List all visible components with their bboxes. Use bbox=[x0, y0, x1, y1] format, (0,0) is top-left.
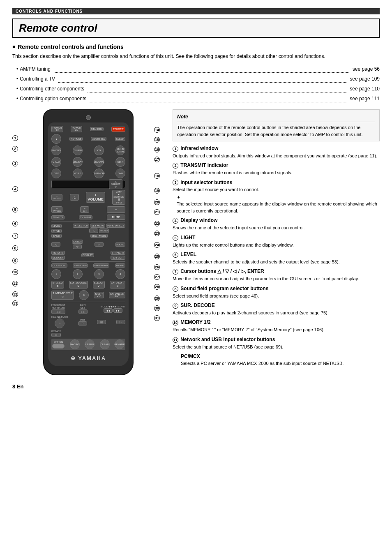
btn-dtv[interactable]: DTV bbox=[51, 169, 61, 178]
btn-level[interactable]: LEVEL bbox=[51, 224, 62, 228]
btn-off-on[interactable] bbox=[52, 344, 65, 349]
btn-up[interactable]: △ bbox=[89, 229, 98, 233]
btn-audio[interactable]: AUDIO bbox=[115, 242, 125, 247]
btn-title[interactable]: TITLE bbox=[51, 229, 62, 233]
btn-4[interactable]: 4 bbox=[115, 269, 125, 279]
btn-enter[interactable]: ENTER bbox=[72, 240, 83, 244]
btn-ch-plus[interactable]: +CH bbox=[70, 194, 79, 201]
btn-mdtape[interactable]: MD/TAPE bbox=[94, 157, 104, 167]
btn-clear[interactable]: CLEAR bbox=[100, 339, 110, 349]
btn-pure-direct[interactable]: PURE DIRECT bbox=[106, 224, 125, 228]
btn-set-menu[interactable]: SET MENU bbox=[90, 224, 105, 228]
btn-standby[interactable]: STANDBY bbox=[90, 127, 104, 131]
btn-audio-sel[interactable]: AUDIO SEL bbox=[91, 137, 106, 141]
func-item-8: 8 Sound field program selector buttons S… bbox=[173, 286, 380, 299]
btn-movie[interactable]: MOVIE bbox=[115, 263, 125, 268]
btn-tv-input[interactable]: TV INPUT bbox=[79, 215, 92, 219]
btn-macro[interactable]: MACRO bbox=[70, 339, 80, 349]
note-box: Note The operation mode of the remote co… bbox=[173, 109, 380, 141]
func-item-10: 10 MEMORY 1/2 Recalls "MEMORY 1" or "MEM… bbox=[173, 319, 380, 333]
btn-tuner[interactable]: TUNER bbox=[73, 145, 83, 155]
btn-mode-rew[interactable]: ◀◀ bbox=[104, 308, 113, 313]
remote-diagram-area: 1 2 3 4 5 6 7 8 9 10 11 12 13 bbox=[12, 109, 164, 375]
btn-pause[interactable]: ▯▯ bbox=[97, 320, 106, 324]
btn-vcr1[interactable]: VCR 1 bbox=[73, 169, 83, 178]
btn-rew[interactable]: ◁◁ bbox=[51, 309, 65, 314]
func-title-3: Input selector buttons bbox=[180, 180, 232, 185]
btn-play[interactable]: ▷ bbox=[116, 320, 125, 324]
btn-mode-fwd[interactable]: ▶▶ bbox=[113, 308, 122, 313]
btn-power-av[interactable]: POWERAV bbox=[71, 126, 83, 132]
btn-down[interactable]: ▽ bbox=[73, 245, 82, 249]
btn-0[interactable]: 0 bbox=[79, 290, 89, 300]
btn-pcmcx[interactable]: □ bbox=[51, 333, 61, 337]
func-title-11: Network and USB input selector buttons bbox=[180, 337, 275, 342]
btn-multich[interactable]: MULTI CH IN bbox=[115, 145, 125, 155]
btn-volume-plus[interactable]: +VOLUME bbox=[86, 192, 105, 203]
btn-sleep[interactable]: SLEEP bbox=[115, 137, 125, 141]
btn-night[interactable]: NIGHT+10 bbox=[94, 292, 104, 298]
btn-tvvol-plus[interactable]: +TV VOL bbox=[51, 194, 62, 201]
btn-vauxdock[interactable]: V-AUX bbox=[51, 157, 61, 167]
func-desc-8: Select sound field programs (see page 46… bbox=[173, 293, 380, 300]
btn-rename[interactable]: RENAME bbox=[115, 339, 125, 349]
btn-phono[interactable]: PHONO bbox=[51, 145, 61, 155]
btn-1[interactable]: 1 bbox=[51, 269, 61, 279]
btn-cdr[interactable]: CD-R bbox=[115, 157, 125, 167]
btn-cd[interactable]: CD bbox=[94, 145, 104, 155]
btn-return[interactable]: RETURN bbox=[51, 251, 65, 255]
btn-effect[interactable]: EFFECT bbox=[111, 256, 125, 260]
btn-cblsat[interactable]: CBL/SAT bbox=[73, 157, 83, 167]
btn-enhancer[interactable]: ENHANCERENT bbox=[109, 292, 125, 298]
btn-fwd[interactable]: ▷▷ bbox=[78, 309, 88, 314]
dots-1 bbox=[54, 64, 349, 73]
btn-ch-minus[interactable]: −CH bbox=[80, 206, 89, 213]
btn-classical[interactable]: CLASSICAL bbox=[51, 263, 67, 268]
callout-10-left: 10 bbox=[12, 268, 23, 276]
row-mute: TV MUTE TV INPUT MUTE bbox=[51, 215, 125, 220]
btn-power[interactable]: POWER bbox=[111, 127, 125, 132]
note-title: Note bbox=[177, 113, 375, 122]
btn-surdecode[interactable]: SUR.DECODE6 bbox=[69, 281, 88, 289]
btn-left[interactable]: ◁ bbox=[51, 242, 60, 247]
btn-star[interactable]: ✦ bbox=[51, 134, 61, 144]
btn-liveclub[interactable]: LIVE/CLUB bbox=[73, 263, 88, 268]
btn-tv-mute[interactable]: TV MUTE bbox=[51, 215, 65, 219]
btn-stop[interactable]: □ bbox=[78, 321, 87, 325]
btn-entertain[interactable]: ENTERTAIN bbox=[93, 263, 109, 268]
func-title-pcmcx: PC/MCX bbox=[181, 353, 200, 359]
btn-volume-minus[interactable]: − bbox=[107, 206, 125, 213]
btn-extd-sur[interactable]: EXTD SUR.8 bbox=[110, 281, 125, 289]
btn-amp-source[interactable]: AMP●SOURCE☰TV ⊟ bbox=[112, 190, 125, 205]
btn-preset[interactable]: PRESET/CH bbox=[73, 224, 89, 228]
btn-netusb[interactable]: NET/USB bbox=[69, 137, 83, 141]
btn-memory[interactable]: MEMORY bbox=[51, 256, 65, 260]
bullet-item-3: Controlling other components see page 11… bbox=[16, 84, 380, 94]
btn-learn[interactable]: LEARN bbox=[85, 339, 95, 349]
btn-power-tv[interactable]: POWERTV bbox=[51, 126, 63, 132]
btn-srch-mode[interactable]: SRCH MODE bbox=[90, 234, 108, 238]
btn-9[interactable]: 1 MEMORY 29 bbox=[51, 291, 74, 300]
btn-select[interactable]: SELECT7 bbox=[93, 281, 105, 289]
btn-rec[interactable]: ○ bbox=[55, 319, 65, 328]
btn-2[interactable]: 2 bbox=[73, 269, 83, 279]
func-desc-7: Move the items or cursor and adjust the … bbox=[173, 275, 380, 282]
btn-tvvol-minus[interactable]: −TV VOL bbox=[51, 206, 62, 213]
btn-right[interactable]: ▷ bbox=[95, 242, 104, 247]
btn-band[interactable]: BAND bbox=[51, 234, 62, 238]
btn-3[interactable]: 3 bbox=[94, 269, 104, 279]
row-inputs3: DTV VCR 1 DVR/VCR2 DVD bbox=[51, 169, 125, 178]
right-callout-numbers: 14 15 16 17 18 19 20 21 22 23 24 25 26 2… bbox=[154, 109, 164, 375]
btn-menu[interactable]: MENU bbox=[99, 229, 109, 233]
row-volume: +TV VOL +CH +VOLUME AMP●SOURCE☰TV ⊟ bbox=[51, 190, 125, 205]
btn-display[interactable]: DISPLAY bbox=[81, 253, 94, 257]
btn-select-up[interactable]: △SELECT▽ bbox=[109, 179, 122, 189]
callout-9-left: 9 bbox=[12, 256, 23, 265]
btn-straight[interactable]: STRAIGHT bbox=[111, 251, 125, 255]
yamaha-logo: ⊛ YAMAHA bbox=[71, 355, 106, 361]
callout-16-right: 16 bbox=[154, 145, 164, 154]
btn-dvd[interactable]: DVD bbox=[115, 169, 125, 178]
btn-mute[interactable]: MUTE bbox=[107, 215, 125, 220]
btn-dvrvcr2[interactable]: DVR/VCR2 bbox=[94, 169, 104, 178]
btn-stereo[interactable]: STEREO5 bbox=[51, 281, 64, 289]
